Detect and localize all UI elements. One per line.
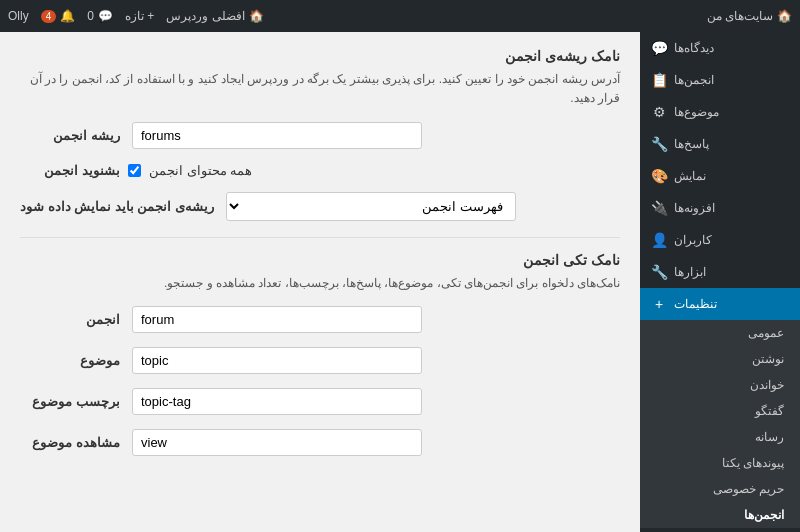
slug-topic-input[interactable]	[132, 347, 422, 374]
forum-include-checkbox-label: همه محتوای انجمن	[149, 163, 252, 178]
admin-bar-comments[interactable]: 💬 0	[87, 9, 113, 23]
appearance-icon: 🎨	[650, 168, 668, 184]
sidebar-label-topics: موضوع‌ها	[674, 105, 719, 119]
sidebar-label-replies: پاسخ‌ها	[674, 137, 709, 151]
forum-display-label: ریشه‌ی انجمن باید نمایش داده شود	[20, 199, 214, 214]
slug-view-row: مشاهده موضوع	[20, 429, 620, 456]
admin-bar-new[interactable]: + تازه	[125, 9, 154, 23]
users-icon: 👤	[650, 232, 668, 248]
slug-section-desc: نامک‌های دلخواه برای انجمن‌های تکی، موضو…	[20, 274, 620, 293]
comments-count: 0	[87, 9, 94, 23]
admin-bar-sites[interactable]: 🏠 سایت‌های من	[707, 9, 792, 23]
slug-topic-tag-input[interactable]	[132, 388, 422, 415]
layout: دیدگاه‌ها 💬 انجمن‌ها 📋 موضوع‌ها ⚙ پاسخ‌ه…	[0, 32, 800, 532]
admin-bar: 🏠 سایت‌های من 🏠 افضلی وردپرس + تازه 💬 0 …	[0, 0, 800, 32]
sidebar-label-users: کاربران	[674, 233, 712, 247]
sidebar-sub-bbpress[interactable]: انجمن‌ها	[640, 502, 800, 528]
forum-base-input[interactable]	[132, 122, 422, 149]
admin-bar-left: 🏠 سایت‌های من	[707, 9, 792, 23]
forum-include-checkbox[interactable]	[128, 164, 141, 177]
updates-badge: 4	[41, 10, 57, 23]
slug-view-label: مشاهده موضوع	[20, 435, 120, 450]
sidebar-item-users[interactable]: کاربران 👤	[640, 224, 800, 256]
new-label: + تازه	[125, 9, 154, 23]
sidebar-sub-writing[interactable]: نوشتن	[640, 346, 800, 372]
settings-icon: +	[650, 296, 668, 312]
sidebar-item-tools[interactable]: ابزارها 🔧	[640, 256, 800, 288]
home-label: افضلی وردپرس	[166, 9, 244, 23]
admin-bar-updates[interactable]: 🔔 4	[41, 9, 76, 23]
slug-topic-tag-label: برچسب موضوع	[20, 394, 120, 409]
forum-display-select[interactable]: فهرست انجمن	[226, 192, 516, 221]
sidebar-item-plugins[interactable]: افزونه‌ها 🔌	[640, 192, 800, 224]
admin-bar-user[interactable]: Olly	[8, 9, 29, 23]
slug-topic-tag-row: برچسب موضوع	[20, 388, 620, 415]
replies-icon: 🔧	[650, 136, 668, 152]
updates-icon: 🔔	[60, 9, 75, 23]
sidebar-settings-submenu: عمومی نوشتن خواندن گفتگو رسانه پیوندهای …	[640, 320, 800, 528]
sidebar-sub-reading[interactable]: خواندن	[640, 372, 800, 398]
sites-label: سایت‌های من	[707, 9, 773, 23]
sidebar-item-appearance[interactable]: نمایش 🎨	[640, 160, 800, 192]
forum-base-label: ریشه انجمن	[20, 128, 120, 143]
forum-base-desc: آدرس ریشه انجمن خود را تعیین کنید. برای …	[20, 70, 620, 108]
sidebar-label-tools: ابزارها	[674, 265, 706, 279]
forum-base-title: نامک ریشه‌ی انجمن	[20, 48, 620, 64]
sidebar-label-dashboard: دیدگاه‌ها	[674, 41, 714, 55]
forum-include-label: بشنوید انجمن	[20, 163, 120, 178]
sidebar-label-forums: انجمن‌ها	[674, 73, 714, 87]
topics-icon: ⚙	[650, 104, 668, 120]
sites-icon: 🏠	[777, 9, 792, 23]
slug-forum-input[interactable]	[132, 306, 422, 333]
sidebar-sub-discussion[interactable]: گفتگو	[640, 398, 800, 424]
comment-icon: 💬	[98, 9, 113, 23]
sidebar-item-topics[interactable]: موضوع‌ها ⚙	[640, 96, 800, 128]
slug-section-title: نامک تکی انجمن	[20, 252, 620, 268]
forum-base-row: ریشه انجمن	[20, 122, 620, 149]
slug-view-input[interactable]	[132, 429, 422, 456]
sidebar-sub-media[interactable]: رسانه	[640, 424, 800, 450]
dashboard-icon: 💬	[650, 40, 668, 56]
sidebar-sub-general[interactable]: عمومی	[640, 320, 800, 346]
forum-include-row: همه محتوای انجمن بشنوید انجمن	[20, 163, 620, 178]
sidebar-label-plugins: افزونه‌ها	[674, 201, 715, 215]
sidebar-item-dashboard[interactable]: دیدگاه‌ها 💬	[640, 32, 800, 64]
tools-icon: 🔧	[650, 264, 668, 280]
sidebar-item-forums[interactable]: انجمن‌ها 📋	[640, 64, 800, 96]
sidebar-label-appearance: نمایش	[674, 169, 706, 183]
slug-forum-label: انجمن	[20, 312, 120, 327]
admin-bar-home[interactable]: 🏠 افضلی وردپرس	[166, 9, 263, 23]
sidebar-item-replies[interactable]: پاسخ‌ها 🔧	[640, 128, 800, 160]
plugins-icon: 🔌	[650, 200, 668, 216]
sidebar-sub-privacy[interactable]: حریم خصوصی	[640, 476, 800, 502]
user-label: Olly	[8, 9, 29, 23]
sidebar: دیدگاه‌ها 💬 انجمن‌ها 📋 موضوع‌ها ⚙ پاسخ‌ه…	[640, 32, 800, 532]
forums-icon: 📋	[650, 72, 668, 88]
sidebar-sub-permalinks[interactable]: پیوندهای یکتا	[640, 450, 800, 476]
admin-bar-right: 🏠 افضلی وردپرس + تازه 💬 0 🔔 4 Olly	[8, 9, 264, 23]
main-content: نامک ریشه‌ی انجمن آدرس ریشه انجمن خود را…	[0, 32, 640, 532]
slug-topic-row: موضوع	[20, 347, 620, 374]
sidebar-label-settings: تنظیمات	[674, 297, 717, 311]
slug-forum-row: انجمن	[20, 306, 620, 333]
section-divider	[20, 237, 620, 238]
forum-display-row: فهرست انجمن ریشه‌ی انجمن باید نمایش داده…	[20, 192, 620, 221]
sidebar-item-settings[interactable]: تنظیمات +	[640, 288, 800, 320]
home-icon: 🏠	[249, 9, 264, 23]
slug-topic-label: موضوع	[20, 353, 120, 368]
